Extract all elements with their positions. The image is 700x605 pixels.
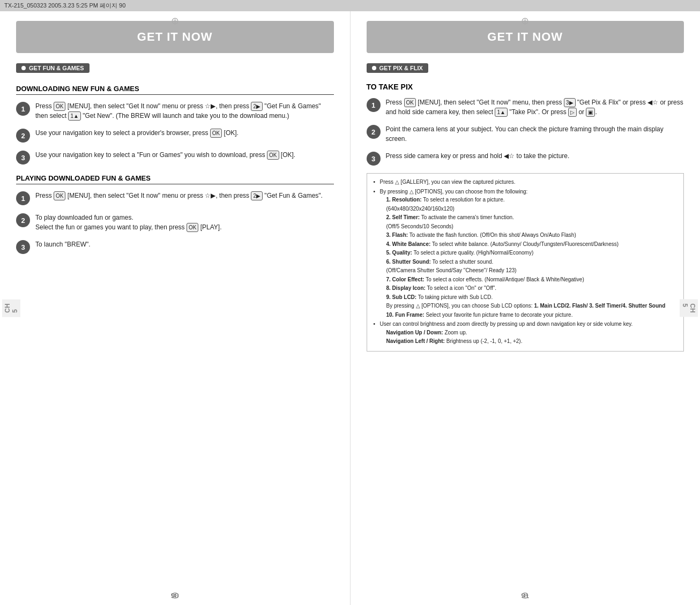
ok-right-1: OK [404,98,416,107]
key-cam1: ▷ [568,108,577,117]
indent-1i: 9. Sub LCD: To taking picture with Sub L… [380,293,677,302]
play-step-text-1: Press OK [MENU], then select "Get It now… [35,191,323,200]
right-step-text-2: Point the camera lens at your subject. Y… [386,124,684,144]
right-badge-text: GET PIX & FLIX [379,65,423,71]
step-num-1: 1 [16,102,30,116]
bullet-item-2: User can control brightness and zoom dir… [374,320,677,346]
indent-1c: 3. Flash: To activate the flash function… [380,231,677,240]
ok-play-2: OK [187,223,198,232]
right-step-1: 1 Press OK [MENU], then select "Get It n… [367,98,684,117]
key-2: 2▶ [251,102,263,111]
right-page: ⊕ GET IT NOW GET PIX & FLIX TO TAKE PIX … [351,11,701,605]
indent-2b: (Off/5 Seconds/10 Seconds) [380,222,677,231]
left-section-badge: GET FUN & GAMES [16,63,90,73]
to-take-pix-title: TO TAKE PIX [367,83,684,91]
indent-1e: 5. Quality: To select a picture quality.… [380,249,677,257]
top-bar: TX-215_050323 2005.3.23 5:25 PM 페이지 90 [0,0,700,11]
left-step-2: 2 Use your navigation key to select a pr… [16,128,334,143]
indent-1f: 6. Shutter Sound: To select a shutter so… [380,258,677,266]
ch5-label-left: CH5 [2,299,20,317]
step-text-3: Use your navigation key to select a "Fun… [35,150,295,160]
badge-dot [21,66,26,70]
indent-nav2: Navigation Left / Right: Brightness up (… [380,337,677,346]
key-1r: 1▲ [495,108,507,117]
right-step-2: 2 Point the camera lens at your subject.… [367,124,684,144]
indent-2f: (Off/Camera Shutter Sound/Say "Cheese"/ … [380,266,677,275]
right-section-badge: GET PIX & FLIX [367,63,428,73]
right-step-num-2: 2 [367,125,381,139]
left-play-step-1: 1 Press OK [MENU], then select "Get It n… [16,191,334,205]
right-step-num-1: 1 [367,98,381,112]
key-cam2: ▣ [586,108,595,117]
step-num-2: 2 [16,129,30,143]
play-step-num-1: 1 [16,191,30,205]
ok-key-3: OK [267,151,279,160]
indent-1a: 1. Resolution: To select a resolution fo… [380,196,677,204]
playing-title: PLAYING DOWNLOADED FUN & GAMES [16,174,334,184]
left-page: ⊕ GET IT NOW GET FUN & GAMES DOWNLOADING… [0,11,351,605]
right-page-content: GET PIX & FLIX TO TAKE PIX 1 Press OK [M… [351,53,701,587]
right-step-text-1: Press OK [MENU], then select "Get It now… [386,98,684,117]
key-3: 3▶ [564,98,576,107]
indent-1h: 8. Display Icon: To select a icon "On" o… [380,284,677,293]
ok-icon: OK [54,102,65,111]
left-page-title: GET IT NOW [137,30,213,44]
bullet-box: Press △ [GALLERY], you can view the capt… [367,173,684,352]
indent-1g: 7. Color Effect: To select a color effec… [380,275,677,284]
indent-1d: 4. White Balance: To select white balanc… [380,240,677,249]
indent-1b: 2. Self Timer: To activate the camera's … [380,213,677,222]
reg-mark-top-right: ⊕ [520,16,531,26]
right-badge-dot [372,66,376,70]
right-page-title: GET IT NOW [487,30,563,44]
play-step-num-3: 3 [16,240,30,254]
top-bar-text: TX-215_050323 2005.3.23 5:25 PM 페이지 90 [4,2,125,9]
reg-mark-bottom-left: ⊕ [169,590,180,601]
bullet-item-0: Press △ [GALLERY], you can view the capt… [374,178,677,186]
play-step-num-2: 2 [16,213,30,227]
left-step-1: 1 Press OK [MENU], then select "Get It n… [16,101,334,121]
step-text-1: Press OK [MENU], then select "Get It now… [35,101,334,121]
playing-section: PLAYING DOWNLOADED FUN & GAMES 1 Press O… [16,174,334,254]
play-step-text-2: To play downloaded fun or games. Select … [35,213,222,232]
bullet-list: Press △ [GALLERY], you can view the capt… [374,178,677,346]
ch5-label-right: CH5 [680,299,698,317]
step-num-3: 3 [16,151,30,165]
indent-1j: 10. Fun Frame: Select your favorite fun … [380,311,677,319]
downloading-title: DOWNLOADING NEW FUN & GAMES [16,85,334,95]
bullet-item-1: By pressing △ [OPTIONS], you can choose … [374,188,677,319]
left-page-content: GET FUN & GAMES DOWNLOADING NEW FUN & GA… [0,53,350,587]
key-2b: 2▶ [251,191,263,200]
left-play-step-3: 3 To launch "BREW". [16,240,334,254]
left-badge-text: GET FUN & GAMES [29,65,84,71]
ok-play-1: OK [54,191,65,200]
reg-mark-bottom-right: ⊕ [520,590,531,601]
ok-key-2: OK [210,129,222,138]
left-play-step-2: 2 To play downloaded fun or games. Selec… [16,213,334,232]
indent-nav1: Navigation Up / Down: Zoom up. [380,328,677,337]
indent-2i: By pressing △ [OPTIONS], you can choose … [380,302,677,310]
right-step-num-3: 3 [367,152,381,166]
play-step-text-3: To launch "BREW". [35,240,91,249]
right-step-text-3: Press side camera key or press and hold … [386,151,570,161]
reg-mark-top-left: ⊕ [169,16,180,26]
key-1: 1▲ [68,111,80,121]
pages-container: ⊕ GET IT NOW GET FUN & GAMES DOWNLOADING… [0,11,700,605]
step-text-2: Use your navigation key to select a prov… [35,128,239,138]
left-step-3: 3 Use your navigation key to select a "F… [16,150,334,165]
indent-2a: (640x480/320x240/160x120) [380,205,677,213]
right-step-3: 3 Press side camera key or press and hol… [367,151,684,166]
